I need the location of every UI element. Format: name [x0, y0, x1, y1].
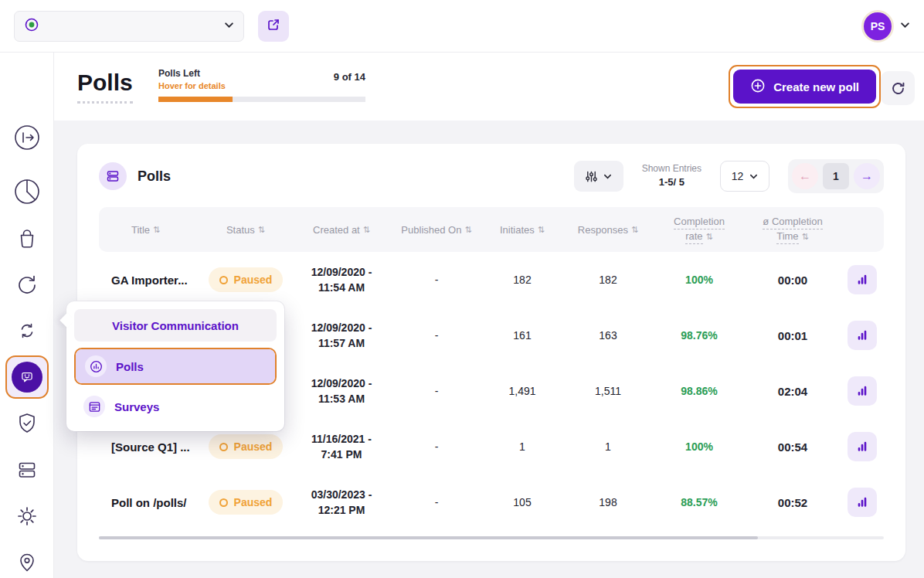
sort-icon[interactable]: ⇅	[802, 232, 809, 242]
open-new-tab-button[interactable]	[258, 11, 289, 42]
initiates-count: 182	[482, 274, 562, 286]
sort-icon[interactable]: ⇅	[153, 225, 160, 235]
next-page-button[interactable]: →	[854, 163, 880, 189]
completion-rate: 98.76%	[654, 329, 745, 342]
table-row[interactable]: GA Importer... Paused 12/09/2020 -11:54 …	[99, 252, 884, 308]
app-root: PS	[0, 0, 924, 578]
visitor-communication-icon	[12, 362, 42, 393]
view-results-button[interactable]	[848, 265, 877, 294]
view-results-button[interactable]	[848, 432, 877, 461]
initiates-count: 105	[482, 496, 562, 508]
plus-circle-icon	[750, 78, 766, 96]
sort-icon[interactable]: ⇅	[538, 225, 545, 235]
sidebar-item-location[interactable]	[13, 549, 41, 576]
actions-cell	[841, 432, 884, 461]
chevron-down-icon	[224, 19, 234, 33]
pagination: ← 1 →	[788, 159, 884, 193]
responses-count: 1	[562, 440, 654, 453]
flyout-item-polls[interactable]: Polls	[76, 349, 275, 383]
workspace-icon	[24, 17, 39, 36]
sidebar-item-session-recording[interactable]	[13, 270, 41, 298]
table-row[interactable]: Poll on /polls/ Paused 03/30/2023 -12:21…	[99, 474, 884, 530]
sort-icon[interactable]: ⇅	[464, 225, 471, 235]
column-header[interactable]: ø CompletionTime⇅	[745, 216, 841, 244]
column-header[interactable]: Initiates⇅	[482, 224, 562, 236]
chevron-down-icon	[749, 172, 758, 181]
polls-menu-icon	[85, 355, 107, 377]
create-new-poll-button[interactable]: Create new poll	[733, 70, 876, 104]
sidebar	[0, 53, 54, 578]
page-size-value: 12	[732, 170, 744, 182]
sidebar-item-quick-start[interactable]	[13, 124, 41, 151]
status-ring-icon	[219, 443, 228, 451]
column-header[interactable]: Title⇅	[99, 224, 199, 236]
chevron-down-icon	[603, 172, 612, 181]
annotation-box-create-poll: Create new poll	[729, 65, 881, 108]
completion-rate: 88.57%	[654, 496, 745, 508]
page-number-button[interactable]: 1	[823, 163, 849, 189]
completion-time: 00:01	[745, 329, 841, 342]
prev-page-button[interactable]: ←	[792, 163, 818, 189]
sidebar-item-ab-testing[interactable]	[13, 317, 41, 345]
flyout-title: Visitor Communication	[74, 309, 277, 342]
filter-button[interactable]	[574, 161, 623, 192]
sort-icon[interactable]: ⇅	[258, 225, 265, 235]
poll-title: GA Importer...	[99, 274, 199, 287]
sidebar-item-analytics[interactable]	[13, 178, 41, 206]
scrollbar-thumb[interactable]	[99, 536, 758, 539]
ab-testing-icon	[13, 317, 41, 345]
view-results-button[interactable]	[848, 321, 877, 350]
avatar[interactable]: PS	[861, 10, 894, 42]
poll-list-icon	[99, 162, 127, 190]
workspace-selector[interactable]	[14, 11, 244, 42]
responses-count: 182	[562, 274, 654, 286]
sidebar-item-privacy[interactable]	[13, 410, 41, 437]
shown-entries-value: 1-5/ 5	[642, 175, 701, 190]
sidebar-item-visitor-communication[interactable]	[5, 355, 49, 399]
polls-left-widget[interactable]: Polls Left Hover for details 9 of 14	[158, 68, 365, 102]
progress-fill	[158, 97, 233, 102]
column-header[interactable]: Responses⇅	[562, 224, 654, 236]
sidebar-item-settings[interactable]	[13, 502, 41, 530]
sort-icon[interactable]: ⇅	[631, 225, 638, 235]
surveys-menu-icon	[83, 396, 105, 417]
created-at: 03/30/2023 -12:21 PM	[292, 487, 391, 518]
create-new-poll-label: Create new poll	[773, 80, 859, 94]
user-menu[interactable]: PS	[861, 10, 910, 42]
column-header[interactable]: Published On⇅	[391, 224, 482, 236]
sidebar-item-experiments[interactable]	[13, 224, 41, 252]
sort-icon[interactable]: ⇅	[706, 232, 713, 242]
location-pin-icon	[13, 549, 41, 576]
prev-arrow-icon: ←	[799, 169, 811, 183]
annotation-box-polls-item: Polls	[74, 348, 277, 385]
results-chart-icon	[855, 440, 869, 454]
column-header[interactable]: Status⇅	[199, 224, 292, 236]
initiates-count: 1,491	[482, 385, 562, 397]
column-header[interactable]: Created at⇅	[292, 224, 391, 236]
poll-title: [Source Q1] ...	[99, 440, 199, 454]
flyout-item-surveys[interactable]: Surveys	[74, 389, 277, 423]
page-header: Polls Polls Left Hover for details 9 of …	[54, 53, 924, 121]
created-at: 12/09/2020 -11:54 AM	[292, 264, 391, 296]
refresh-button[interactable]	[881, 71, 915, 105]
sidebar-item-data[interactable]	[13, 456, 41, 484]
published-on: -	[391, 274, 482, 286]
published-on: -	[391, 329, 482, 342]
gear-icon	[13, 502, 41, 530]
page-size-select[interactable]: 12	[720, 161, 769, 192]
page-title: Polls	[77, 70, 133, 104]
open-new-tab-icon	[267, 18, 280, 34]
view-results-button[interactable]	[848, 376, 877, 406]
chevron-down-icon	[900, 19, 910, 33]
results-chart-icon	[855, 328, 869, 342]
responses-count: 163	[562, 329, 654, 342]
results-chart-icon	[855, 384, 869, 398]
shown-entries: Shown Entries 1-5/ 5	[642, 162, 701, 190]
actions-cell	[841, 376, 884, 406]
view-results-button[interactable]	[848, 488, 877, 517]
status-badge: Paused	[209, 434, 284, 459]
column-header[interactable]: Completionrate⇅	[654, 216, 745, 244]
sort-icon[interactable]: ⇅	[363, 225, 370, 235]
horizontal-scrollbar[interactable]	[99, 536, 884, 539]
shield-icon	[13, 410, 41, 437]
